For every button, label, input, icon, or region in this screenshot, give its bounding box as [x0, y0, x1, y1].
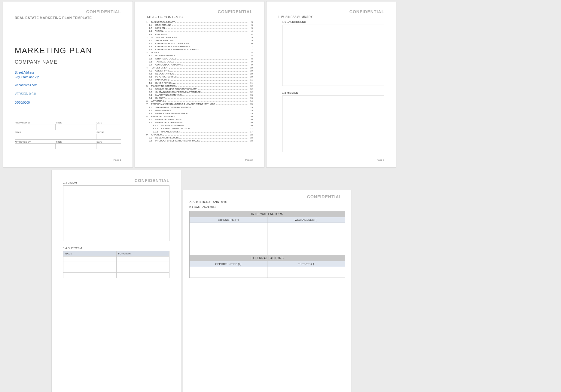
- page-2: CONFIDENTIAL TABLE OF CONTENTS 1.BUSINES…: [135, 1, 264, 6]
- page-3: CONFIDENTIAL 1. BUSINESS SUMMARY 1.1 BAC…: [266, 1, 396, 6]
- page-1: CONFIDENTIAL REAL ESTATE MARKETING PLAN …: [3, 1, 133, 6]
